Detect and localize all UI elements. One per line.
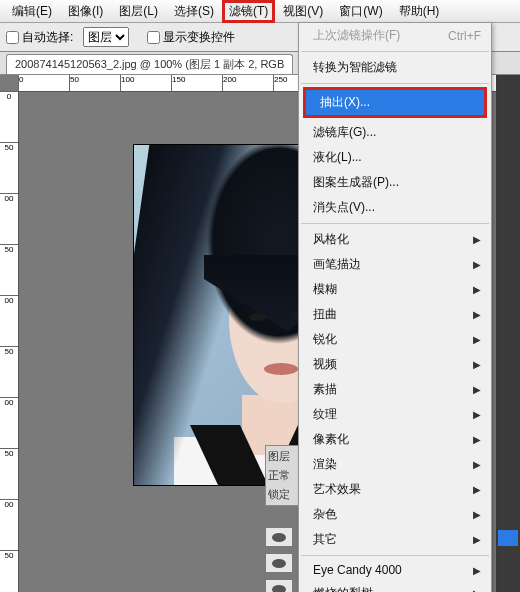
menu-layer[interactable]: 图层(L) bbox=[111, 1, 166, 22]
menu-separator bbox=[301, 83, 489, 84]
chevron-right-icon: ▶ bbox=[473, 588, 481, 592]
filter-menu-dropdown: 上次滤镜操作(F) Ctrl+F 转换为智能滤镜 抽出(X)... 滤镜库(G)… bbox=[298, 22, 492, 592]
menu-blur[interactable]: 模糊▶ bbox=[299, 277, 491, 302]
accel-text: Ctrl+F bbox=[448, 29, 481, 43]
menu-separator bbox=[301, 223, 489, 224]
eye-icon[interactable] bbox=[265, 579, 293, 592]
show-transform-checkbox[interactable] bbox=[147, 31, 160, 44]
menu-distort[interactable]: 扭曲▶ bbox=[299, 302, 491, 327]
eye-icon[interactable] bbox=[265, 527, 293, 547]
chevron-right-icon: ▶ bbox=[473, 565, 481, 576]
chevron-right-icon: ▶ bbox=[473, 409, 481, 420]
layer-select[interactable]: 图层 bbox=[83, 27, 129, 47]
chevron-right-icon: ▶ bbox=[473, 259, 481, 270]
menu-sketch[interactable]: 素描▶ bbox=[299, 377, 491, 402]
auto-select-label: 自动选择: bbox=[22, 29, 73, 46]
panel-dock bbox=[496, 75, 520, 592]
menu-edit[interactable]: 编辑(E) bbox=[4, 1, 60, 22]
menu-artistic[interactable]: 艺术效果▶ bbox=[299, 477, 491, 502]
menu-render[interactable]: 渲染▶ bbox=[299, 452, 491, 477]
color-swatch[interactable] bbox=[498, 530, 518, 546]
chevron-right-icon: ▶ bbox=[473, 359, 481, 370]
auto-select[interactable]: 自动选择: bbox=[6, 29, 73, 46]
menu-window[interactable]: 窗口(W) bbox=[331, 1, 390, 22]
menu-pixelate[interactable]: 像素化▶ bbox=[299, 427, 491, 452]
show-transform-label: 显示变换控件 bbox=[163, 29, 235, 46]
chevron-right-icon: ▶ bbox=[473, 484, 481, 495]
menu-extract-highlight: 抽出(X)... bbox=[303, 87, 487, 118]
menu-select[interactable]: 选择(S) bbox=[166, 1, 222, 22]
menu-brush-strokes[interactable]: 画笔描边▶ bbox=[299, 252, 491, 277]
auto-select-checkbox[interactable] bbox=[6, 31, 19, 44]
menu-liquify[interactable]: 液化(L)... bbox=[299, 145, 491, 170]
menu-filter-gallery[interactable]: 滤镜库(G)... bbox=[299, 120, 491, 145]
eye-icon[interactable] bbox=[265, 553, 293, 573]
chevron-right-icon: ▶ bbox=[473, 234, 481, 245]
document-tab[interactable]: 200874145120563_2.jpg @ 100% (图层 1 副本 2,… bbox=[6, 54, 293, 74]
menu-extract[interactable]: 抽出(X)... bbox=[306, 90, 484, 115]
chevron-right-icon: ▶ bbox=[473, 384, 481, 395]
menu-vanishing-point[interactable]: 消失点(V)... bbox=[299, 195, 491, 220]
menu-noise[interactable]: 杂色▶ bbox=[299, 502, 491, 527]
show-transform[interactable]: 显示变换控件 bbox=[147, 29, 235, 46]
menu-view[interactable]: 视图(V) bbox=[275, 1, 331, 22]
chevron-right-icon: ▶ bbox=[473, 459, 481, 470]
menu-separator bbox=[301, 555, 489, 556]
menu-eyecandy[interactable]: Eye Candy 4000▶ bbox=[299, 559, 491, 581]
menu-other[interactable]: 其它▶ bbox=[299, 527, 491, 552]
menu-separator bbox=[301, 51, 489, 52]
menu-pattern-maker[interactable]: 图案生成器(P)... bbox=[299, 170, 491, 195]
menu-texture[interactable]: 纹理▶ bbox=[299, 402, 491, 427]
menu-sharpen[interactable]: 锐化▶ bbox=[299, 327, 491, 352]
menu-bar: 编辑(E) 图像(I) 图层(L) 选择(S) 滤镜(T) 视图(V) 窗口(W… bbox=[0, 0, 520, 23]
menu-convert-smart[interactable]: 转换为智能滤镜 bbox=[299, 55, 491, 80]
ruler-vertical: 0500050005000500050 bbox=[0, 91, 19, 592]
menu-stylize[interactable]: 风格化▶ bbox=[299, 227, 491, 252]
chevron-right-icon: ▶ bbox=[473, 509, 481, 520]
menu-last-filter[interactable]: 上次滤镜操作(F) Ctrl+F bbox=[299, 23, 491, 48]
menu-filter[interactable]: 滤镜(T) bbox=[222, 0, 275, 23]
chevron-right-icon: ▶ bbox=[473, 334, 481, 345]
menu-help[interactable]: 帮助(H) bbox=[391, 1, 448, 22]
chevron-right-icon: ▶ bbox=[473, 309, 481, 320]
chevron-right-icon: ▶ bbox=[473, 534, 481, 545]
menu-burning-pear[interactable]: 燃烧的梨树▶ bbox=[299, 581, 491, 592]
chevron-right-icon: ▶ bbox=[473, 284, 481, 295]
menu-video[interactable]: 视频▶ bbox=[299, 352, 491, 377]
chevron-right-icon: ▶ bbox=[473, 434, 481, 445]
menu-image[interactable]: 图像(I) bbox=[60, 1, 111, 22]
